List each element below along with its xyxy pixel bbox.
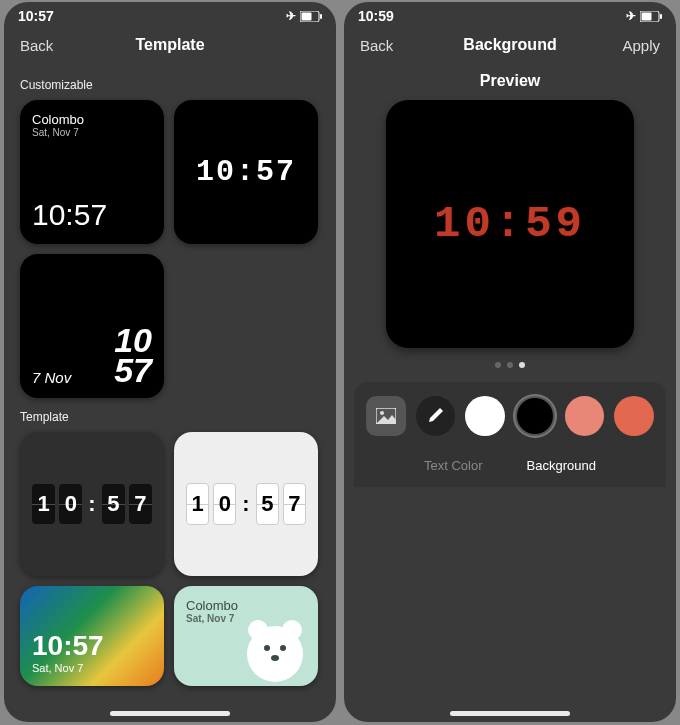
flip-digit: 0 [59,484,82,524]
color-picker-panel: Text Color Background [354,382,666,487]
eyedropper-button[interactable] [416,396,456,436]
tab-background[interactable]: Background [527,458,596,473]
color-swatch-coral[interactable] [614,396,654,436]
status-time: 10:57 [18,8,54,24]
status-bar: 10:57 ✈︎ [4,2,336,24]
battery-icon [300,11,322,22]
svg-rect-11 [660,14,662,19]
svg-rect-2 [320,14,322,19]
svg-point-5 [247,626,303,682]
svg-point-6 [264,645,270,651]
dot[interactable] [507,362,513,368]
customizable-grid: Colombo Sat, Nov 7 10:57 10:57 7 Nov 10 … [4,100,336,398]
status-icons: ✈︎ [626,9,662,23]
dot[interactable] [495,362,501,368]
home-indicator[interactable] [450,711,570,716]
page-title: Background [463,36,556,54]
battery-icon [640,11,662,22]
flip-digit: 0 [213,483,236,525]
svg-rect-1 [302,12,312,20]
background-screen: 10:59 ✈︎ Back Background Apply Preview 1… [344,2,676,722]
preview-widget: 10:59 [386,100,634,348]
picker-tabs: Text Color Background [366,458,654,473]
nav-bar: Back Template [4,24,336,66]
widget-date: Sat, Nov 7 [32,662,152,674]
widget-flip-dark[interactable]: 1 0 : 5 7 [20,432,164,576]
bear-icon [240,612,310,682]
svg-rect-10 [642,12,652,20]
widget-time: 10:57 [32,630,152,662]
template-grid: 1 0 : 5 7 1 0 : 5 7 10:57 Sat, Nov 7 [4,432,336,686]
swatch-row [366,396,654,436]
apply-button[interactable]: Apply [612,37,660,54]
widget-digital-clock[interactable]: 10:57 [174,100,318,244]
flip-digit: 5 [256,483,279,525]
widget-min: 57 [114,355,152,386]
tab-text-color[interactable]: Text Color [424,458,483,473]
color-swatch-black[interactable] [515,396,555,436]
svg-point-8 [271,655,279,661]
page-title: Template [135,36,204,54]
section-template: Template [4,398,336,432]
nav-bar: Back Background Apply [344,24,676,66]
flip-row: 1 0 : 5 7 [186,444,306,564]
flip-separator: : [86,491,97,517]
airplane-icon: ✈︎ [286,9,296,23]
status-time: 10:59 [358,8,394,24]
widget-bear-clock[interactable]: Colombo Sat, Nov 7 [174,586,318,686]
widget-date: Sat, Nov 7 [32,127,152,138]
widget-time: 10:57 [196,155,296,189]
back-button[interactable]: Back [20,37,68,54]
flip-digit: 7 [283,483,306,525]
home-indicator[interactable] [110,711,230,716]
flip-digit: 1 [186,483,209,525]
svg-point-13 [380,411,384,415]
widget-time: 10:57 [32,198,152,232]
widget-date: 7 Nov [32,369,71,386]
airplane-icon: ✈︎ [626,9,636,23]
flip-digit: 1 [32,484,55,524]
widget-time: 10 57 [114,325,152,386]
image-icon [376,408,396,424]
dot-active[interactable] [519,362,525,368]
flip-digit: 7 [129,484,152,524]
widget-side-clock[interactable]: 7 Nov 10 57 [20,254,164,398]
widget-city: Colombo [186,598,306,613]
widget-colorful-clock[interactable]: 10:57 Sat, Nov 7 [20,586,164,686]
widget-flip-light[interactable]: 1 0 : 5 7 [174,432,318,576]
preview-time: 10:59 [434,199,586,249]
flip-row: 1 0 : 5 7 [32,444,152,564]
widget-city: Colombo [32,112,152,127]
color-swatch-salmon[interactable] [565,396,605,436]
status-icons: ✈︎ [286,9,322,23]
flip-separator: : [240,491,251,517]
color-swatch-white[interactable] [465,396,505,436]
photo-picker-button[interactable] [366,396,406,436]
back-button[interactable]: Back [360,37,408,54]
preview-label: Preview [344,72,676,90]
widget-city-clock[interactable]: Colombo Sat, Nov 7 10:57 [20,100,164,244]
flip-digit: 5 [102,484,125,524]
section-customizable: Customizable [4,66,336,100]
svg-point-7 [280,645,286,651]
eyedropper-icon [426,407,444,425]
template-screen: 10:57 ✈︎ Back Template Customizable Colo… [4,2,336,722]
status-bar: 10:59 ✈︎ [344,2,676,24]
page-dots[interactable] [344,362,676,368]
